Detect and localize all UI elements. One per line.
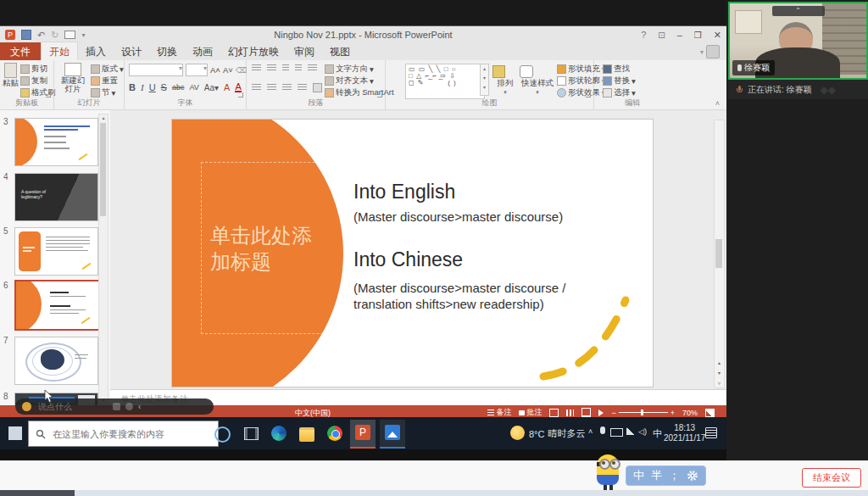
photos-app-icon[interactable] bbox=[380, 420, 405, 449]
tray-volume-icon[interactable]: ◁) bbox=[638, 427, 647, 436]
highlight-button[interactable]: A bbox=[224, 82, 230, 92]
align-center-icon[interactable] bbox=[267, 84, 276, 92]
cortana-icon[interactable] bbox=[214, 426, 231, 443]
end-meeting-button[interactable]: 结束会议 bbox=[802, 468, 861, 488]
change-case-button[interactable]: Aa▾ bbox=[204, 83, 219, 92]
tab-review[interactable]: 审阅 bbox=[287, 42, 322, 62]
prev-slide-icon[interactable]: ▴ bbox=[715, 359, 724, 365]
ime-status-bar[interactable]: 中 半 ； bbox=[626, 465, 706, 486]
start-button[interactable] bbox=[8, 426, 22, 440]
slideshow-from-here-icon[interactable]: ▿ bbox=[715, 380, 724, 386]
ime-settings-gear-icon[interactable] bbox=[687, 470, 698, 482]
speaker-video-tile[interactable]: ⌃ 徐赛颖 bbox=[728, 2, 868, 80]
task-view-icon[interactable] bbox=[244, 427, 259, 440]
layout-button[interactable]: 版式 ▾ bbox=[91, 64, 124, 75]
bullets-icon[interactable] bbox=[252, 64, 261, 72]
line-spacing-icon[interactable] bbox=[308, 64, 317, 72]
notification-center-icon[interactable] bbox=[705, 427, 717, 438]
abc-spacing-button[interactable]: abc bbox=[172, 83, 185, 92]
view-reading-icon[interactable] bbox=[581, 408, 591, 418]
arrange-button[interactable]: 排列 ▾ bbox=[492, 65, 518, 96]
cut-button[interactable]: 剪切 bbox=[20, 64, 47, 75]
clear-formatting-button[interactable]: ⌫ bbox=[236, 65, 247, 75]
decrease-indent-icon[interactable] bbox=[282, 64, 289, 72]
account-avatar-icon[interactable] bbox=[706, 45, 720, 59]
zoom-level[interactable]: 70% bbox=[682, 409, 698, 417]
font-name-combobox[interactable]: ▾ bbox=[129, 64, 183, 76]
underline-button[interactable]: U bbox=[149, 82, 156, 92]
copy-button[interactable]: 复制 bbox=[20, 75, 47, 86]
close-icon[interactable]: ✕ bbox=[714, 30, 721, 41]
zoom-out-icon[interactable]: − bbox=[611, 409, 615, 417]
tray-expand-icon[interactable]: ˄ bbox=[588, 427, 593, 436]
collapse-video-icon[interactable]: ⌃ bbox=[772, 6, 825, 16]
signin-dropdown-icon[interactable]: ▾ bbox=[700, 48, 704, 56]
grow-font-button[interactable]: A˄ bbox=[210, 65, 220, 75]
reset-button[interactable]: 重置 bbox=[91, 75, 118, 86]
shrink-font-button[interactable]: A˅ bbox=[223, 65, 233, 75]
clap-icon[interactable] bbox=[125, 403, 133, 410]
ime-mode-chinese[interactable]: 中 bbox=[633, 468, 644, 483]
taskbar-search-input[interactable] bbox=[51, 428, 194, 440]
strikethrough-button[interactable]: S bbox=[161, 82, 167, 92]
ribbon-options-icon[interactable]: ⊡ bbox=[658, 31, 665, 40]
taskbar-search-box[interactable] bbox=[28, 421, 219, 447]
slide-thumbnail[interactable] bbox=[14, 118, 98, 166]
weather-icon[interactable] bbox=[510, 426, 525, 440]
slide[interactable]: 单击此处添加标题 Into English (Master discourse>… bbox=[172, 120, 653, 387]
tray-clock[interactable]: 18:13 2021/11/17 bbox=[664, 423, 705, 443]
columns-icon[interactable] bbox=[313, 83, 322, 92]
edge-icon[interactable] bbox=[271, 426, 287, 441]
increase-indent-icon[interactable] bbox=[295, 64, 302, 72]
collapse-quickchat-icon[interactable]: ‹ bbox=[138, 402, 141, 411]
slide-thumbnail[interactable] bbox=[14, 227, 98, 276]
text-direction-button[interactable]: 文字方向 ▾ bbox=[325, 64, 374, 75]
bold-button[interactable]: B bbox=[129, 82, 136, 92]
find-button[interactable]: 查找 bbox=[603, 64, 630, 75]
shapes-scroll[interactable]: ▴▾▾ bbox=[480, 64, 489, 96]
view-sorter-icon[interactable] bbox=[566, 410, 574, 416]
font-color-button[interactable]: A bbox=[235, 83, 241, 92]
justify-icon[interactable] bbox=[298, 84, 307, 92]
emoji-icon[interactable] bbox=[22, 402, 31, 411]
quick-styles-button[interactable]: 快速样式 ▾ bbox=[520, 65, 555, 96]
font-size-combobox[interactable]: ▾ bbox=[186, 64, 208, 76]
shapes-gallery[interactable]: ▭ ▭ ╲ ╲ □ ○ □ △ ⌐ ⌐ ⇨ ⇩ ◻ ✎ ⌒ ⌒ ( ) bbox=[405, 64, 485, 99]
align-text-button[interactable]: 对齐文本 ▾ bbox=[325, 75, 374, 86]
paste-button[interactable]: 粘贴 bbox=[3, 63, 19, 89]
file-explorer-icon[interactable] bbox=[299, 427, 314, 442]
tab-transitions[interactable]: 切换 bbox=[149, 42, 185, 62]
zoom-slider[interactable]: − + bbox=[611, 409, 675, 417]
tray-network-icon[interactable] bbox=[626, 427, 635, 435]
ime-shape-half[interactable]: 半 bbox=[651, 468, 662, 483]
powerpoint-taskbar-icon[interactable]: P bbox=[350, 420, 376, 449]
clipboard-dialog-launcher[interactable] bbox=[46, 92, 51, 98]
ime-punctuation[interactable]: ； bbox=[669, 468, 680, 483]
slide-thumbnail[interactable] bbox=[14, 337, 98, 385]
tray-mic-icon[interactable] bbox=[600, 426, 605, 434]
tab-home[interactable]: 开始 bbox=[41, 42, 78, 62]
slide-scrollbar[interactable]: ▴ ▾ ▿ bbox=[714, 120, 725, 388]
restore-icon[interactable]: ❐ bbox=[694, 31, 702, 40]
slide-thumbnail[interactable]: A question of legitimacy? bbox=[14, 173, 98, 221]
fit-to-window-icon[interactable] bbox=[705, 409, 715, 417]
paragraph-dialog-launcher[interactable] bbox=[377, 92, 382, 98]
next-slide-icon[interactable]: ▾ bbox=[715, 370, 724, 376]
char-spacing-button[interactable]: AV bbox=[189, 83, 198, 92]
align-left-icon[interactable] bbox=[252, 84, 261, 92]
thumbnail-scrollbar[interactable]: ▴ ▾ bbox=[98, 114, 108, 404]
font-dialog-launcher[interactable] bbox=[238, 92, 243, 98]
tab-slideshow[interactable]: 幻灯片放映 bbox=[220, 42, 287, 62]
replace-button[interactable]: 替换 ▾ bbox=[603, 75, 636, 86]
slide-thumbnail-selected[interactable] bbox=[14, 280, 100, 331]
minimize-icon[interactable]: – bbox=[677, 30, 682, 40]
thumbsup-icon[interactable] bbox=[113, 403, 120, 410]
numbering-icon[interactable] bbox=[267, 64, 276, 72]
zoom-in-icon[interactable]: + bbox=[670, 409, 675, 417]
collapse-ribbon-icon[interactable]: ˄ bbox=[715, 99, 720, 108]
tab-animations[interactable]: 动画 bbox=[185, 42, 220, 62]
weather-desc[interactable]: 晴时多云 bbox=[548, 427, 585, 440]
view-slideshow-icon[interactable] bbox=[598, 410, 604, 416]
help-icon[interactable]: ? bbox=[641, 30, 646, 40]
italic-button[interactable]: I bbox=[141, 82, 144, 92]
